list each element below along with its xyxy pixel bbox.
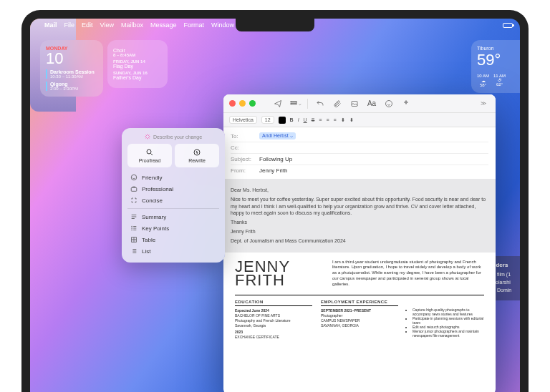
- size-select[interactable]: 12: [261, 116, 274, 124]
- format-button[interactable]: Aa: [365, 98, 378, 109]
- from-value[interactable]: Jenny Frith: [259, 167, 288, 174]
- describe-change-button[interactable]: Describe your change: [127, 134, 219, 139]
- to-label: To:: [231, 133, 259, 139]
- svg-point-11: [386, 100, 392, 107]
- paperclip-icon: [333, 99, 342, 108]
- menu-view[interactable]: View: [100, 21, 114, 29]
- reply-button[interactable]: [314, 98, 327, 109]
- table-icon: [130, 236, 138, 243]
- list-icon: [130, 248, 138, 255]
- svg-rect-8: [291, 101, 296, 102]
- more-button[interactable]: ≫: [477, 98, 490, 109]
- minimize-button[interactable]: [239, 100, 246, 107]
- smile-icon: [385, 99, 393, 108]
- svg-rect-9: [291, 103, 296, 104]
- action-list[interactable]: List: [127, 245, 219, 257]
- action-table[interactable]: Table: [127, 234, 219, 245]
- smile-icon: [130, 174, 138, 181]
- action-summary[interactable]: Summary: [127, 211, 219, 222]
- calendar-event: Qigong 2:00 – 3:30PM: [46, 82, 97, 91]
- send-button[interactable]: [271, 98, 284, 109]
- magnify-icon: [145, 148, 154, 157]
- writing-tools-button[interactable]: [400, 98, 412, 109]
- message-body[interactable]: Dear Ms. Herbst, Nice to meet you for co…: [223, 179, 496, 253]
- briefcase-icon: [130, 185, 138, 192]
- calendar-list-widget[interactable]: Choir8 – 8:45AM FRIDAY, JUN 14Flag Day S…: [107, 40, 168, 88]
- battery-icon[interactable]: [503, 23, 513, 28]
- rewrite-button[interactable]: Rewrite: [175, 144, 219, 167]
- header-fields-button[interactable]: ⌵: [289, 98, 301, 109]
- sparkle-icon: [145, 134, 150, 139]
- menu-mail[interactable]: Mail: [44, 21, 57, 29]
- font-select[interactable]: Helvetica: [229, 116, 257, 124]
- lines-icon: [130, 213, 138, 220]
- svg-point-0: [147, 150, 151, 154]
- link-button[interactable]: [348, 98, 361, 109]
- cc-label: Cc:: [231, 144, 259, 151]
- subject-label: Subject:: [231, 156, 259, 162]
- photo-icon: [350, 99, 359, 108]
- recipient-chip[interactable]: Andi Herbst ⌵: [259, 132, 296, 139]
- forecast-hour: 11 AM⛅︎62°: [493, 74, 506, 87]
- subject-field[interactable]: Following Up: [259, 156, 292, 162]
- weather-widget[interactable]: Tiburon 59° 10 AM☁︎58° 11 AM⛅︎62°: [471, 40, 520, 93]
- format-bar: Helvetica 12 BIUS ≡≡≡ ⬍⬍: [223, 113, 496, 127]
- action-keypoints[interactable]: Key Points: [127, 222, 219, 234]
- close-button[interactable]: [229, 100, 236, 107]
- tone-concise[interactable]: Concise: [127, 195, 219, 206]
- tone-professional[interactable]: Professional: [127, 183, 219, 195]
- bullets-icon: [130, 225, 138, 232]
- from-label: From:: [231, 167, 259, 174]
- sparkle-icon: [402, 99, 410, 108]
- menu-window[interactable]: Window: [211, 21, 234, 29]
- zoom-button[interactable]: [249, 100, 256, 107]
- menu-message[interactable]: Message: [150, 21, 177, 29]
- window-titlebar: ⌵ Aa ≫: [223, 94, 496, 113]
- svg-point-5: [132, 228, 132, 229]
- rewrite-icon: [193, 148, 201, 157]
- svg-point-6: [132, 230, 132, 230]
- svg-point-4: [132, 226, 132, 227]
- list-bullet-icon: [289, 99, 298, 108]
- menu-edit[interactable]: Edit: [82, 21, 93, 29]
- calendar-widget[interactable]: MONDAY 10 Darkroom Session 10:30 – 11:30…: [40, 40, 103, 97]
- weather-location: Tiburon: [477, 46, 514, 51]
- attach-button[interactable]: [331, 98, 344, 109]
- mail-compose-window: ⌵ Aa ≫ Helvetica 12 BIUS ≡≡≡ ⬍⬍ To:Andi …: [223, 94, 496, 392]
- emoji-button[interactable]: [382, 98, 395, 109]
- writing-tools-popover: Describe your change Proofread Rewrite F…: [122, 128, 225, 263]
- svg-rect-3: [131, 187, 137, 191]
- menu-mailbox[interactable]: Mailbox: [121, 21, 143, 29]
- forecast-hour: 10 AM☁︎58°: [477, 74, 489, 87]
- weather-temp: 59°: [477, 51, 514, 69]
- menu-format[interactable]: Format: [183, 21, 204, 29]
- svg-point-2: [131, 175, 137, 180]
- arrows-in-icon: [130, 197, 138, 204]
- reply-icon: [316, 99, 324, 108]
- paperplane-icon: [274, 99, 282, 108]
- proofread-button[interactable]: Proofread: [127, 144, 172, 167]
- color-swatch[interactable]: [279, 117, 286, 124]
- calendar-event: Darkroom Session 10:30 – 11:30AM: [46, 69, 97, 79]
- resume-attachment: JENNYFRITH I am a third-year student und…: [223, 253, 496, 348]
- tone-friendly[interactable]: Friendly: [127, 172, 219, 183]
- menu-file[interactable]: File: [64, 21, 75, 29]
- day-number: 10: [46, 51, 97, 67]
